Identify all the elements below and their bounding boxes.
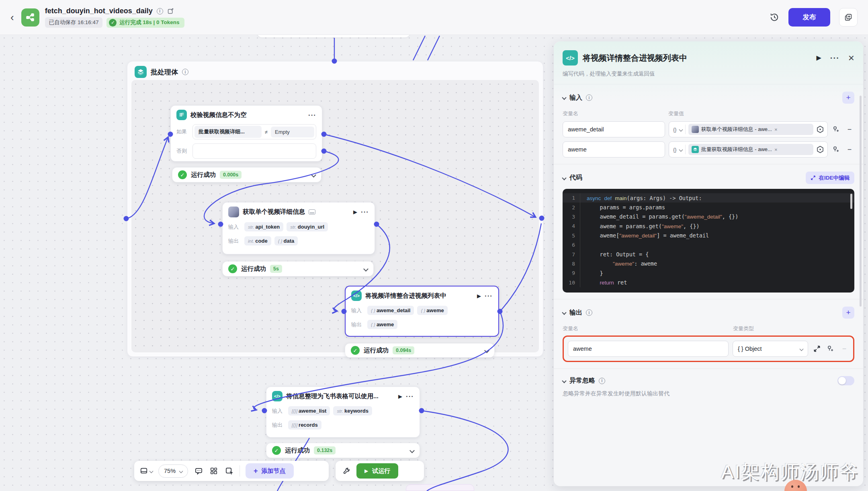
variable-value-field[interactable]: {} 获取单个视频详细信息 - awe... × — [669, 121, 828, 137]
node-get-video-detail[interactable]: 获取单个视频详细信息 ▶ ··· 输入 str.api_token str.do… — [222, 202, 375, 254]
run-status-badge[interactable]: ✓ 运行成功 0.132s — [266, 443, 420, 458]
code-line[interactable]: 2 params = args.params — [563, 203, 854, 212]
divider — [554, 368, 863, 369]
wrench-icon[interactable] — [341, 466, 351, 476]
output-row-highlight: { } Object − — [563, 336, 854, 362]
exception-section-title: 异常忽略 — [569, 376, 595, 385]
column-value-label: 变量值 — [668, 110, 684, 117]
collapse-chevron-icon[interactable] — [562, 310, 566, 315]
close-icon[interactable]: × — [848, 54, 854, 62]
batch-container-header: 批处理体 i — [127, 61, 543, 82]
test-run-button[interactable]: ▶ 试运行 — [356, 463, 398, 479]
code-line[interactable]: 10 return ret — [563, 278, 854, 287]
zoom-select[interactable]: 75% — [158, 464, 188, 478]
chevron-down-icon[interactable] — [363, 266, 368, 272]
run-status-text: 运行成功 — [191, 171, 216, 179]
more-menu-icon[interactable]: ··· — [361, 209, 369, 215]
line-number: 2 — [563, 203, 580, 212]
code-line[interactable]: 7 ret: Output = { — [563, 250, 854, 259]
run-toolbar: ▶ 试运行 — [336, 461, 424, 481]
exception-toggle[interactable] — [837, 376, 854, 385]
code-editor[interactable]: 1async def main(args: Args) -> Output:2 … — [563, 189, 854, 293]
code-line[interactable]: 8 "aweme": aweme — [563, 259, 854, 268]
hexagon-setting-icon[interactable] — [816, 125, 824, 133]
chevron-down-icon[interactable] — [484, 348, 489, 353]
publish-button[interactable]: 发布 — [788, 8, 830, 27]
code-line[interactable]: 6 — [563, 240, 854, 250]
panel-subtitle: 编写代码，处理输入变量来生成返回值 — [563, 70, 854, 78]
more-menu-icon[interactable]: ··· — [308, 112, 316, 119]
if-condition-box[interactable]: 批量获取视频详细... ≠ Empty — [192, 124, 316, 139]
remove-reference-icon[interactable]: × — [774, 147, 778, 153]
offscreen-node-partial-bottom[interactable] — [406, 484, 474, 491]
run-node-icon[interactable]: ▶ — [817, 55, 821, 61]
else-condition-box[interactable] — [192, 143, 316, 159]
run-status-badge[interactable]: ✓ 运行成功 0.094s — [345, 343, 495, 358]
code-line[interactable]: 3 aweme_detail = params.get("aweme_detai… — [563, 212, 854, 221]
more-menu-icon[interactable]: ··· — [830, 54, 839, 62]
add-input-button[interactable]: + — [842, 92, 854, 104]
workflow-title: fetch_douyin_hot_videos_daily — [45, 7, 153, 15]
variable-name-input[interactable] — [563, 141, 665, 158]
remove-reference-icon[interactable]: × — [774, 127, 778, 133]
edit-in-ide-button[interactable]: 在IDE中编辑 — [806, 172, 854, 184]
back-button[interactable]: ‹ — [10, 12, 14, 23]
comment-icon[interactable] — [194, 466, 203, 476]
variable-reference-pill[interactable]: 获取单个视频详细信息 - awe... × — [688, 124, 813, 135]
output-type-select[interactable]: { } Object — [733, 341, 808, 357]
run-status-badge[interactable]: ✓ 运行成功 5s — [222, 261, 374, 276]
edit-icon[interactable] — [167, 8, 174, 14]
add-node-button[interactable]: + 添加节点 — [246, 463, 294, 479]
remove-row-icon[interactable]: − — [845, 145, 854, 154]
code-line[interactable]: 4 aweme = params.get("aweme", {}) — [563, 221, 854, 231]
link-reference-icon[interactable] — [826, 344, 835, 354]
variable-value-field[interactable]: {} 批量获取视频详细信息 - awe... × — [669, 141, 828, 158]
run-status-badge[interactable]: ✓ 运行成功 0.000s — [172, 167, 321, 182]
output-name-input[interactable] — [568, 341, 729, 357]
select-tool-icon[interactable] — [224, 466, 234, 476]
more-menu-icon[interactable]: ··· — [485, 293, 493, 299]
play-icon[interactable]: ▶ — [477, 293, 481, 299]
condition-right-value[interactable]: Empty — [271, 127, 314, 137]
node-if-check[interactable]: IF 校验视频信息不为空 ··· 如果 批量获取视频详细... ≠ Empty … — [170, 105, 322, 162]
chevron-down-icon[interactable] — [311, 172, 316, 178]
not-equal-operator[interactable]: ≠ — [265, 129, 268, 135]
variable-name-input[interactable] — [563, 121, 665, 137]
info-icon: i — [182, 69, 188, 75]
condition-left-value[interactable]: 批量获取视频详细... — [194, 126, 262, 138]
link-reference-icon[interactable] — [831, 145, 841, 154]
line-number: 5 — [563, 231, 580, 240]
code-line[interactable]: 5 aweme["aweme_detail"] = aweme_detail — [563, 231, 854, 240]
minimap-toggle[interactable] — [140, 467, 153, 475]
collapse-chevron-icon[interactable] — [562, 378, 566, 383]
hexagon-setting-icon[interactable] — [816, 145, 824, 153]
auto-layout-icon[interactable] — [209, 466, 219, 476]
info-icon[interactable]: i — [157, 8, 163, 14]
code-line[interactable]: 9 } — [563, 268, 854, 278]
link-reference-icon[interactable] — [831, 125, 841, 134]
column-name-label: 变量名 — [563, 110, 668, 117]
add-output-button[interactable]: + — [842, 307, 854, 319]
play-icon[interactable]: ▶ — [398, 394, 402, 399]
variable-reference-pill[interactable]: 批量获取视频详细信息 - awe... × — [688, 144, 813, 155]
remove-row-icon[interactable]: − — [845, 125, 854, 134]
panel-scrollbar[interactable] — [860, 96, 862, 307]
run-complete-badge[interactable]: ✓ 运行完成 18s | 0 Tokens — [106, 18, 184, 28]
input-row: {} 获取单个视频详细信息 - awe... × − — [563, 121, 854, 137]
chevron-down-icon — [149, 469, 154, 473]
chevron-down-icon[interactable] — [409, 448, 415, 453]
expand-icon[interactable] — [812, 344, 822, 354]
line-number: 4 — [563, 221, 580, 231]
node-format-feishu-table[interactable]: </> 将信息整理为飞书表格可以使用... ▶ ··· 输入 [{}]aweme… — [266, 387, 420, 438]
code-scrollbar[interactable] — [850, 194, 852, 209]
code-section-title: 代码 — [569, 174, 582, 182]
node-merge-video-detail[interactable]: </> 将视频详情整合进视频列表中 ▶ ··· 输入 { }aweme_deta… — [345, 286, 499, 337]
collapse-chevron-icon[interactable] — [562, 95, 566, 100]
duplicate-window-icon[interactable] — [839, 8, 858, 27]
code-line[interactable]: 1async def main(args: Args) -> Output: — [563, 193, 854, 203]
history-icon[interactable] — [769, 12, 780, 23]
play-icon[interactable]: ▶ — [353, 209, 357, 215]
play-icon: ▶ — [364, 468, 368, 474]
collapse-chevron-icon[interactable] — [562, 176, 566, 180]
more-menu-icon[interactable]: ··· — [406, 393, 414, 400]
